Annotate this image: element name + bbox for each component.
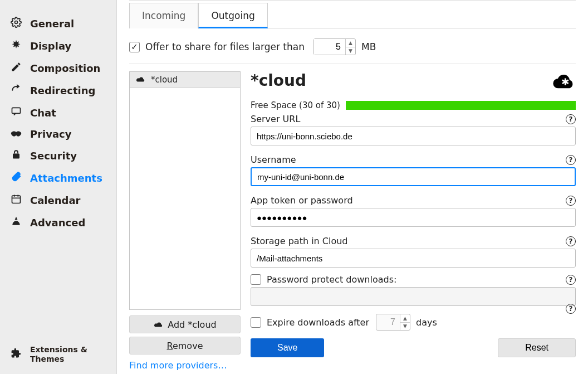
help-icon[interactable]: ? [566,275,576,285]
provider-list: *cloud [129,71,241,310]
server-url-input[interactable] [251,127,576,145]
provider-column: *cloud Add *cloud Remove Find more provi… [129,71,241,371]
sidebar-item-label: Security [30,150,77,162]
help-icon[interactable]: ? [566,155,576,165]
sidebar-item-label: Display [30,40,71,52]
spin-down-icon[interactable]: ▼ [346,47,355,55]
username-label: Username [251,154,296,165]
find-more-providers-link[interactable]: Find more providers… [129,360,241,371]
sidebar: General Display Composition Redirecting … [0,0,117,374]
paperclip-icon [10,171,22,184]
sidebar-item-label: Composition [30,62,100,74]
help-icon[interactable]: ? [566,304,576,314]
username-input[interactable] [251,167,576,186]
remove-provider-button[interactable]: Remove [129,337,241,354]
calendar-icon [10,193,22,207]
detail-title: *cloud [251,71,306,90]
gear-icon [10,17,22,30]
provider-item-cloud[interactable]: *cloud [130,72,240,88]
help-icon[interactable]: ? [566,114,576,124]
offer-label: Offer to share for files larger than [145,41,305,52]
sidebar-item-security[interactable]: Security [0,144,116,167]
detail-column: *cloud ✱ Free Space (30 of 30) Server UR… [251,71,576,371]
sidebar-ext-label1: Extensions & [30,345,87,354]
freespace-bar [346,101,576,110]
tab-incoming[interactable]: Incoming [129,3,198,28]
chat-icon [10,106,22,119]
main-panel: Incoming Outgoing Offer to share for fil… [117,0,588,374]
storage-label: Storage path in Cloud [251,236,348,246]
sidebar-item-composition[interactable]: Composition [0,57,116,79]
password-input[interactable] [251,208,576,227]
sidebar-item-calendar[interactable]: Calendar [0,189,116,211]
password-label: App token or password [251,195,353,206]
wizard-icon [10,216,22,229]
sidebar-item-display[interactable]: Display [0,35,116,57]
cloud-plus-icon [153,319,163,330]
pw-protect-checkbox[interactable] [251,274,261,285]
sidebar-item-label: Privacy [30,128,72,140]
sidebar-item-label: Chat [30,107,56,119]
sidebar-item-redirecting[interactable]: Redirecting [0,79,116,101]
offer-size-spinbox[interactable]: ▲ ▼ [313,38,356,55]
sidebar-ext-label2: Themes [30,354,87,364]
display-icon [10,39,22,52]
sidebar-item-label: Calendar [30,195,80,206]
lock-icon [10,149,22,162]
tab-outgoing[interactable]: Outgoing [198,3,267,28]
sidebar-item-label: Advanced [30,217,85,229]
cloud-logo-icon: ✱ [548,71,576,93]
add-provider-label: Add *cloud [168,319,216,330]
reset-button[interactable]: Reset [498,338,576,357]
svg-text:✱: ✱ [561,76,569,88]
save-button[interactable]: Save [251,338,324,357]
expire-label-before: Expire downloads after [267,317,369,328]
storage-input[interactable] [251,249,576,268]
freespace-label: Free Space (30 of 30) [251,100,340,110]
sidebar-item-advanced[interactable]: Advanced [0,211,116,234]
sidebar-item-extensions[interactable]: Extensions & Themes [0,341,116,368]
puzzle-icon [10,348,22,362]
server-url-label: Server URL [251,114,300,124]
mask-icon [10,128,22,140]
sidebar-item-attachments[interactable]: Attachments [0,167,116,189]
spin-down-icon[interactable]: ▼ [400,323,410,331]
pencil-icon [10,61,22,75]
svg-rect-2 [13,154,19,159]
offer-size-input[interactable] [314,39,345,55]
offer-share-row: Offer to share for files larger than ▲ ▼… [129,28,576,64]
sidebar-item-chat[interactable]: Chat [0,101,116,124]
provider-item-label: *cloud [151,75,178,85]
svg-rect-1 [12,108,21,113]
tabs: Incoming Outgoing [129,3,576,28]
cloud-icon [135,75,145,84]
sidebar-item-general[interactable]: General [0,12,116,35]
sidebar-item-label: General [30,18,74,30]
sidebar-item-privacy[interactable]: Privacy [0,124,116,144]
redirect-icon [10,84,22,97]
expire-days-input[interactable] [376,314,400,330]
spin-up-icon[interactable]: ▲ [346,39,355,47]
expire-label-after: days [416,317,437,328]
sidebar-item-label: Redirecting [30,85,95,96]
help-icon[interactable]: ? [566,236,576,246]
add-provider-button[interactable]: Add *cloud [129,315,241,333]
spin-up-icon[interactable]: ▲ [400,314,410,323]
offer-checkbox[interactable] [129,42,140,52]
svg-point-0 [15,21,18,24]
sidebar-item-label: Attachments [30,172,102,184]
pw-protect-label: Password protect downloads: [267,274,396,285]
offer-unit: MB [361,41,376,52]
help-icon[interactable]: ? [566,196,576,206]
svg-rect-3 [12,196,21,203]
expire-checkbox[interactable] [251,317,261,328]
pw-protect-input [251,287,576,306]
expire-spinbox[interactable]: ▲ ▼ [376,314,410,331]
